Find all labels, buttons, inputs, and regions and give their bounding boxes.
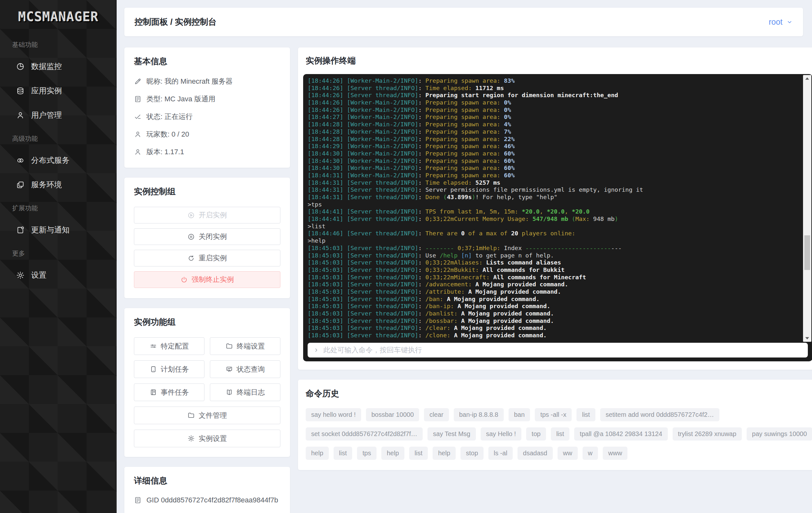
function-button[interactable]: 特定配置 xyxy=(134,337,204,355)
history-chip[interactable]: bossbar 10000 xyxy=(366,408,419,421)
user-icon xyxy=(134,131,142,138)
info-item: 版本: 1.17.1 xyxy=(134,147,280,157)
terminal-line: [18:44:31] [Server thread/INFO]: Server … xyxy=(308,186,797,194)
user-menu[interactable]: root xyxy=(769,17,793,27)
info-item: 昵称: 我的 Minecraft 服务器 xyxy=(134,77,280,86)
folder-icon xyxy=(187,412,195,419)
terminal-line: [18:44:41] [Server thread/INFO]: 0;33;22… xyxy=(308,215,797,223)
command-input[interactable] xyxy=(323,346,802,354)
history-chip[interactable]: say Hello ! xyxy=(481,427,521,440)
sidebar: MCSMANAGER 基础功能数据监控应用实例用户管理高级功能分布式服务服务环境… xyxy=(0,0,117,513)
pencil-icon xyxy=(134,78,142,85)
history-chip[interactable]: say Test Msg xyxy=(428,427,475,440)
history-chip[interactable]: list xyxy=(409,447,428,460)
terminal-scrollbar[interactable] xyxy=(803,75,811,342)
info-item: 状态: 正在运行 xyxy=(134,112,280,122)
control-button[interactable]: 关闭实例 xyxy=(134,228,280,245)
terminal-card: 实例操作终端 [18:44:26] [Worker-Main-2/INFO]: … xyxy=(298,48,812,370)
terminal-line: [18:44:31] [Server thread/INFO]: Time el… xyxy=(308,179,797,187)
function-button-label: 计划任务 xyxy=(161,364,189,374)
function-button-label: 特定配置 xyxy=(161,342,189,351)
distributed-icon xyxy=(16,156,25,165)
history-chip[interactable]: say hello word ! xyxy=(306,408,361,421)
scroll-down-arrow[interactable] xyxy=(803,335,811,342)
history-chip[interactable]: tps xyxy=(357,447,377,460)
sidebar-item[interactable]: 应用实例 xyxy=(0,79,117,103)
chevron-right-icon xyxy=(313,347,319,353)
sliders-icon xyxy=(150,343,157,350)
history-chip[interactable]: ls -al xyxy=(488,447,513,460)
sidebar-item[interactable]: 分布式服务 xyxy=(0,148,117,172)
function-button[interactable]: 实例设置 xyxy=(134,430,280,447)
history-chip[interactable]: list xyxy=(551,427,570,440)
sidebar-item[interactable]: 更新与通知 xyxy=(0,218,117,242)
breadcrumb: 控制面板 / 实例控制台 xyxy=(135,16,216,28)
chevron-down-icon xyxy=(786,19,793,25)
terminal: [18:44:26] [Worker-Main-2/INFO]: Prepari… xyxy=(303,74,812,361)
control-button[interactable]: 开启实例 xyxy=(134,207,280,223)
function-button[interactable]: 终端日志 xyxy=(210,383,280,401)
control-button[interactable]: 重启实例 xyxy=(134,250,280,266)
history-rows: say hello word !bossbar 10000clearban-ip… xyxy=(303,408,812,460)
history-chip[interactable]: help xyxy=(381,447,404,460)
terminal-line: [18:44:26] [Worker-Main-2/INFO]: Prepari… xyxy=(308,106,797,114)
history-chip[interactable]: help xyxy=(306,447,329,460)
history-chip[interactable]: list xyxy=(334,447,352,460)
sidebar-item-label: 应用实例 xyxy=(31,86,62,96)
control-buttons: 开启实例关闭实例重启实例强制终止实例 xyxy=(134,207,280,288)
control-button-label: 强制终止实例 xyxy=(192,275,234,285)
history-chip[interactable]: set socket 0ddd8576727c4f2d82f7f… xyxy=(306,427,423,440)
basic-info-card: 基本信息 昵称: 我的 Minecraft 服务器类型: MC Java 版通用… xyxy=(124,48,290,168)
history-chip[interactable]: ban xyxy=(509,408,530,421)
function-button-label: 事件任务 xyxy=(161,388,189,397)
history-chip[interactable]: tpall @a 10842 29834 13124 xyxy=(574,427,667,440)
history-chip[interactable]: top xyxy=(526,427,546,440)
history-chip[interactable]: clear xyxy=(424,408,448,421)
terminal-line: [18:44:26] [Worker-Main-2/INFO]: Prepari… xyxy=(308,99,797,106)
scrollbar-thumb[interactable] xyxy=(804,235,810,270)
terminal-line: [18:45:03] [Server thread/INFO]: /clear:… xyxy=(308,324,797,332)
terminal-line: [18:44:30] [Worker-Main-2/INFO]: Prepari… xyxy=(308,157,797,165)
card-title: 基本信息 xyxy=(134,56,280,67)
function-button[interactable]: 计划任务 xyxy=(134,360,204,378)
control-group-card: 实例控制组 开启实例关闭实例重启实例强制终止实例 xyxy=(124,178,290,298)
history-chip[interactable]: tps -all -x xyxy=(535,408,572,421)
detail-info-list: GID 0ddd8576727c4f2d82f7f8eaa9844f7bUID … xyxy=(134,496,280,513)
check-icon xyxy=(134,113,142,120)
user-icon xyxy=(134,148,142,156)
function-button[interactable]: 终端设置 xyxy=(210,337,280,355)
function-button[interactable]: 文件管理 xyxy=(134,407,280,424)
history-chip[interactable]: w xyxy=(583,447,598,460)
function-group-card: 实例功能组 特定配置终端设置计划任务状态查询事件任务终端日志文件管理实例设置 xyxy=(124,308,290,457)
history-chip[interactable]: pay suwings 10000 xyxy=(747,427,812,440)
history-chip[interactable]: ban-ip 8.8.8.8 xyxy=(454,408,504,421)
sidebar-item[interactable]: 用户管理 xyxy=(0,103,117,127)
terminal-log[interactable]: [18:44:26] [Worker-Main-2/INFO]: Prepari… xyxy=(308,77,808,340)
function-button-label: 文件管理 xyxy=(199,411,227,420)
sidebar-item[interactable]: 设置 xyxy=(0,263,117,287)
card-title: 实例功能组 xyxy=(134,317,280,328)
history-chip[interactable]: setitem add word 0ddd8576727c4f2… xyxy=(600,408,719,421)
info-item: 玩家数: 0 / 20 xyxy=(134,130,280,139)
function-button[interactable]: 事件任务 xyxy=(134,383,204,401)
sidebar-item-label: 分布式服务 xyxy=(31,155,69,165)
sidebar-item[interactable]: 数据监控 xyxy=(0,54,117,79)
nav-section-label: 高级功能 xyxy=(0,127,117,148)
sidebar-item-label: 数据监控 xyxy=(31,61,62,72)
terminal-line: [18:44:30] [Worker-Main-2/INFO]: Prepari… xyxy=(308,150,797,157)
function-button[interactable]: 状态查询 xyxy=(210,360,280,378)
card-title: 详细信息 xyxy=(134,475,280,486)
history-chip[interactable]: trylist 26289 xnuwap xyxy=(673,427,742,440)
history-chip[interactable]: help xyxy=(433,447,456,460)
sidebar-item[interactable]: 服务环境 xyxy=(0,172,117,197)
terminal-line: >help xyxy=(308,237,797,245)
history-chip[interactable]: list xyxy=(577,408,595,421)
history-chip[interactable]: www xyxy=(603,447,628,460)
history-chip[interactable]: stop xyxy=(461,447,484,460)
status-board-icon xyxy=(226,366,233,373)
scroll-up-arrow[interactable] xyxy=(803,75,811,82)
schedule-icon xyxy=(150,366,157,373)
control-button[interactable]: 强制终止实例 xyxy=(134,271,280,288)
history-chip[interactable]: dsadasd xyxy=(518,447,553,460)
history-chip[interactable]: ww xyxy=(557,447,578,460)
